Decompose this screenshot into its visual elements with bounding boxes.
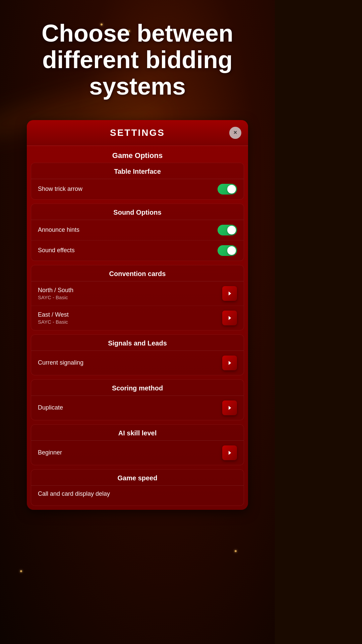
svg-marker-2 (229, 361, 231, 365)
north-south-label: North / South (38, 287, 73, 294)
convention-cards-group: Convention cards North / South SAYC - Ba… (31, 265, 244, 330)
north-south-arrow-icon (227, 290, 233, 297)
north-south-label-group: North / South SAYC - Basic (38, 287, 73, 300)
duplicate-arrow-icon (227, 405, 233, 411)
announce-hints-thumb (227, 226, 236, 234)
svg-marker-0 (229, 291, 231, 296)
duplicate-row: Duplicate (31, 396, 244, 420)
settings-header: SETTINGS × (27, 120, 248, 146)
east-west-label-group: East / West SAYC - Basic (38, 311, 69, 325)
ai-skill-level-group: AI skill level Beginner (31, 424, 244, 465)
sound-effects-toggle[interactable] (218, 245, 237, 256)
convention-cards-title: Convention cards (31, 265, 244, 281)
north-south-sublabel: SAYC - Basic (38, 294, 73, 300)
east-west-row: East / West SAYC - Basic (31, 306, 244, 330)
east-west-sublabel: SAYC - Basic (38, 319, 69, 325)
svg-marker-1 (229, 316, 231, 320)
scoring-method-group: Scoring method Duplicate (31, 379, 244, 420)
call-card-delay-row: Call and card display delay (31, 486, 244, 502)
table-interface-title: Table Interface (31, 163, 244, 179)
announce-hints-row: Announce hints (31, 220, 244, 240)
scoring-method-title: Scoring method (31, 380, 244, 396)
north-south-row: North / South SAYC - Basic (31, 281, 244, 306)
game-options-section-label: Game Options (27, 146, 248, 163)
announce-hints-toggle[interactable] (218, 225, 237, 235)
show-trick-arrow-row: Show trick arrow (31, 179, 244, 199)
north-south-arrow-button[interactable] (222, 286, 237, 301)
signals-leads-group: Signals and Leads Current signaling (31, 334, 244, 375)
sound-options-group: Sound Options Announce hints Sound effec… (31, 204, 244, 261)
duplicate-arrow-button[interactable] (222, 400, 237, 415)
current-signaling-arrow-icon (227, 360, 233, 366)
signals-leads-title: Signals and Leads (31, 335, 244, 351)
game-speed-title: Game speed (31, 470, 244, 486)
beginner-label: Beginner (38, 449, 62, 456)
beginner-arrow-button[interactable] (222, 445, 237, 460)
hero-title: Choose between different bidding systems (10, 20, 265, 100)
beginner-arrow-icon (227, 450, 233, 456)
current-signaling-arrow-button[interactable] (222, 356, 237, 370)
settings-panel: SETTINGS × Game Options Table Interface … (27, 120, 248, 510)
current-signaling-row: Current signaling (31, 351, 244, 375)
duplicate-label: Duplicate (38, 404, 63, 411)
game-speed-group: Game speed Call and card display delay (31, 469, 244, 506)
show-trick-arrow-thumb (227, 185, 236, 194)
current-signaling-label: Current signaling (38, 359, 83, 366)
announce-hints-label: Announce hints (38, 226, 79, 233)
sound-options-title: Sound Options (31, 204, 244, 220)
page-content: Choose between different bidding systems… (0, 0, 275, 523)
show-trick-arrow-label: Show trick arrow (38, 185, 82, 193)
settings-title: SETTINGS (110, 127, 165, 138)
svg-marker-4 (229, 451, 231, 455)
svg-marker-3 (229, 406, 231, 410)
east-west-label: East / West (38, 311, 69, 318)
sound-effects-thumb (227, 246, 236, 255)
east-west-arrow-icon (227, 315, 233, 321)
settings-body: Game Options Table Interface Show trick … (27, 146, 248, 506)
close-button[interactable]: × (229, 127, 241, 139)
ai-skill-level-title: AI skill level (31, 425, 244, 441)
sound-effects-row: Sound effects (31, 240, 244, 261)
table-interface-group: Table Interface Show trick arrow (31, 163, 244, 200)
sound-effects-label: Sound effects (38, 247, 75, 254)
east-west-arrow-button[interactable] (222, 311, 237, 325)
call-card-delay-label: Call and card display delay (38, 490, 110, 497)
beginner-row: Beginner (31, 441, 244, 465)
show-trick-arrow-toggle[interactable] (218, 184, 237, 195)
